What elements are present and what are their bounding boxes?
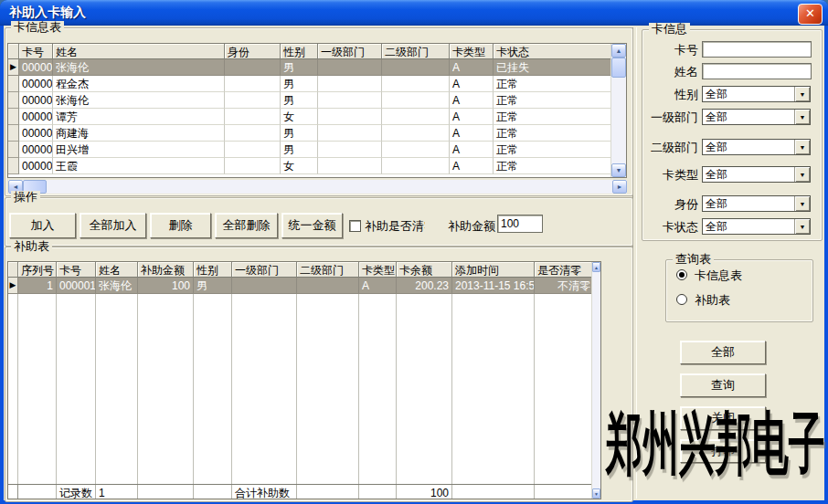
selected-option: 全部 bbox=[706, 88, 793, 100]
table-row[interactable]: 000008王霞女A正常 bbox=[8, 158, 626, 174]
dropdown-arrow-icon[interactable]: ▼ bbox=[794, 140, 810, 154]
table-cell: 000002 bbox=[19, 76, 53, 92]
column-header[interactable]: 姓名 bbox=[53, 44, 225, 59]
subsidy-amount-input[interactable] bbox=[497, 215, 543, 233]
table-cell: 正常 bbox=[494, 142, 612, 158]
table-row[interactable]: 000006商建海男A正常 bbox=[8, 125, 626, 142]
table-row[interactable]: ▶000001张海伦男A已挂失 bbox=[8, 59, 626, 76]
scrollbar-thumb[interactable] bbox=[611, 58, 626, 78]
column-header[interactable]: 一级部门 bbox=[232, 262, 297, 278]
column-header[interactable]: 一级部门 bbox=[318, 44, 382, 59]
table-cell: 男 bbox=[194, 278, 232, 294]
table-cell: 张海伦 bbox=[53, 59, 225, 76]
column-header[interactable]: 性别 bbox=[281, 44, 318, 59]
table-cell: 张海伦 bbox=[53, 92, 225, 109]
table-cell bbox=[382, 76, 450, 92]
card-type-select[interactable]: 全部▼ bbox=[702, 166, 811, 183]
column-header[interactable]: 性别 bbox=[194, 262, 232, 278]
table-cell: 田兴增 bbox=[53, 142, 225, 158]
table-row[interactable]: 000003张海伦男A正常 bbox=[8, 92, 626, 109]
close-button[interactable]: ✕ bbox=[798, 4, 823, 25]
scrollbar-track[interactable] bbox=[592, 272, 600, 488]
dropdown-arrow-icon[interactable]: ▼ bbox=[794, 196, 810, 211]
dropdown-arrow-icon[interactable]: ▼ bbox=[794, 87, 810, 101]
filter-field-label: 姓名 bbox=[638, 65, 698, 79]
dept1-select[interactable]: 全部▼ bbox=[702, 109, 811, 125]
card-status-select[interactable]: 全部▼ bbox=[702, 218, 811, 235]
name-input[interactable] bbox=[702, 63, 812, 79]
table-cell bbox=[225, 158, 281, 174]
filter-field-label: 身份 bbox=[638, 197, 698, 211]
scroll-down-button[interactable]: ▼ bbox=[592, 488, 600, 499]
table-cell bbox=[382, 109, 450, 125]
column-header[interactable]: 补助金额 bbox=[138, 262, 194, 278]
scrollbar-track[interactable] bbox=[611, 78, 626, 163]
table-cell bbox=[318, 142, 382, 158]
table-cell bbox=[225, 76, 281, 92]
table-row[interactable]: 000007田兴增男A正常 bbox=[8, 142, 626, 158]
column-header[interactable]: 卡号 bbox=[57, 262, 96, 278]
print-button[interactable]: 打印 bbox=[680, 439, 766, 463]
table-cell: A bbox=[359, 278, 397, 294]
table-cell: 000006 bbox=[19, 125, 53, 142]
table-row[interactable]: ▶1000001张海伦100男A200.232013-11-15 16:58:不… bbox=[8, 278, 600, 294]
column-header[interactable]: 添加时间 bbox=[452, 262, 535, 278]
column-header[interactable]: 卡号 bbox=[19, 44, 53, 59]
add-all-button[interactable]: 全部加入 bbox=[80, 213, 146, 238]
vertical-scrollbar[interactable]: ▲▼ bbox=[591, 262, 600, 499]
table-cell: 商建海 bbox=[53, 125, 225, 142]
dropdown-arrow-icon[interactable]: ▼ bbox=[794, 167, 810, 182]
query-button[interactable]: 查询 bbox=[680, 373, 766, 397]
scroll-down-button[interactable]: ▼ bbox=[611, 163, 626, 177]
unify-amount-button[interactable]: 统一金额 bbox=[281, 213, 343, 238]
add-button[interactable]: 加入 bbox=[9, 213, 76, 238]
table-cell: 正常 bbox=[494, 92, 612, 109]
column-header[interactable]: 序列号 bbox=[18, 262, 57, 278]
column-header[interactable]: 卡类型 bbox=[450, 44, 494, 59]
card-no-input[interactable] bbox=[702, 41, 812, 58]
filter-field-label: 二级部门 bbox=[638, 141, 698, 154]
column-header[interactable]: 身份 bbox=[225, 44, 281, 59]
scroll-up-button[interactable]: ▲ bbox=[592, 262, 600, 272]
scroll-right-button[interactable]: ► bbox=[612, 180, 627, 194]
column-header[interactable]: 卡类型 bbox=[359, 262, 397, 278]
horizontal-scrollbar[interactable]: ◄ ► bbox=[8, 180, 627, 194]
vertical-scrollbar[interactable]: ▲▼ bbox=[610, 44, 626, 177]
group-label: 卡信息表 bbox=[11, 21, 64, 34]
dropdown-arrow-icon[interactable]: ▼ bbox=[794, 219, 810, 234]
table-row[interactable]: 000002程金杰男A正常 bbox=[8, 76, 626, 92]
subsidy-table: 序列号卡号姓名补助金额性别一级部门二级部门卡类型卡余额添加时间是否清零▶1000… bbox=[7, 261, 601, 499]
scroll-up-button[interactable]: ▲ bbox=[611, 44, 626, 58]
all-button[interactable]: 全部 bbox=[680, 341, 766, 364]
table-cell: A bbox=[450, 158, 494, 174]
gender-select[interactable]: 全部▼ bbox=[702, 86, 811, 102]
delete-all-button[interactable]: 全部删除 bbox=[215, 213, 278, 238]
group-label: 查询表 bbox=[673, 253, 714, 266]
column-header[interactable]: 姓名 bbox=[96, 262, 138, 278]
column-header[interactable]: 二级部门 bbox=[382, 44, 450, 59]
table-row[interactable]: 000005谭芳女A正常 bbox=[8, 109, 626, 125]
table-cell: 男 bbox=[281, 142, 318, 158]
table-cell bbox=[382, 158, 450, 174]
column-header[interactable]: 卡余额 bbox=[397, 262, 452, 278]
column-header[interactable]: 卡状态 bbox=[494, 44, 612, 59]
identity-select[interactable]: 全部▼ bbox=[702, 195, 811, 212]
row-indicator: ▶ bbox=[8, 278, 18, 294]
table-cell: 正常 bbox=[494, 125, 612, 142]
clear-subsidy-checkbox[interactable] bbox=[349, 220, 361, 232]
delete-button[interactable]: 删除 bbox=[150, 213, 211, 238]
column-header[interactable]: 二级部门 bbox=[297, 262, 359, 278]
close-panel-button[interactable]: 关闭 bbox=[680, 406, 766, 430]
table-cell: 程金杰 bbox=[53, 76, 225, 92]
scrollbar-track[interactable] bbox=[47, 180, 612, 194]
radio-label: 补助表 bbox=[695, 293, 730, 307]
column-header[interactable]: 是否清零 bbox=[535, 262, 594, 278]
dropdown-arrow-icon[interactable]: ▼ bbox=[794, 110, 810, 124]
table-cell: 张海伦 bbox=[96, 278, 138, 294]
row-indicator bbox=[8, 142, 19, 158]
query-table-radio[interactable] bbox=[676, 294, 687, 305]
table-cell: 200.23 bbox=[397, 278, 452, 294]
query-table-radio[interactable] bbox=[676, 269, 687, 280]
dept2-select[interactable]: 全部▼ bbox=[702, 139, 811, 155]
table-cell: 000001 bbox=[19, 59, 53, 76]
